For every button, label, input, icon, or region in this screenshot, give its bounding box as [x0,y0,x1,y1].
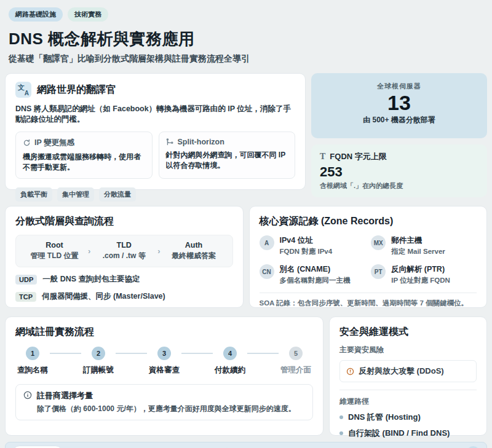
refresh-icon [23,139,31,147]
page: 網路基礎設施 技術實務 DNS 概念解析與實務應用 從基礎「翻譯官」比喻到分散式… [0,0,492,448]
registration-steps: 1 查詢名稱 2 訂購帳號 3 資格審查 4 付款續約 [15,347,313,375]
stats-column: 全球根伺服器 13 由 500+ 機器分散部署 T FQDN 字元上限 253 … [311,73,487,197]
page-subtitle: 從基礎「翻譯官」比喻到分散式階層架構與註冊實務流程全導引 [9,53,483,65]
chevron-right-icon: › [156,246,161,256]
ops-list: DNS 託管 (Hosting) 自行架設 (BIND / Find DNS) [339,412,477,439]
step-4: 4 付款續約 [213,347,247,375]
feature-split-horizon-desc: 針對內網與外網查詢，可回覆不同 IP 以符合存取情境。 [166,150,288,171]
registration-card: 網域註冊實務流程 1 查詢名稱 2 訂購帳號 3 資格審查 4 [5,316,323,436]
tcp-badge: TCP [15,292,36,302]
info-icon [23,391,32,399]
step-3: 3 資格審查 [147,347,181,375]
row-registration: 網域註冊實務流程 1 查詢名稱 2 訂購帳號 3 資格審查 4 [5,316,487,436]
row-architecture: 分散式階層與查詢流程 Root 管理 TLD 位置 › TLD .com / .… [5,206,487,308]
page-title: DNS 概念解析與實務應用 [9,28,483,50]
translator-tags: 負載平衡 集中管理 分散流量 [15,187,295,202]
action-item-badge: 行動項目 [12,446,63,448]
security-card: 安全與維運模式 主要資安風險 反射與放大攻擊 (DDoS) 維運路徑 DNS 託… [329,316,487,436]
flow-node-auth: Auth 最終權威答案 [162,241,226,261]
registrar-note-desc: 除了價格（約 600-1000 元/年），更應考量介面好用度與全球更新同步的速度… [37,404,296,414]
record-a: A IPv4 位址 FQDN 對應 IPv4 [260,235,365,256]
tag-traffic-distribution: 分散流量 [99,187,136,202]
step-connector [50,353,81,354]
registrar-note-title: 註冊商選擇考量 [37,390,296,401]
step-connector [247,353,279,354]
badge-network-infrastructure: 網路基礎設施 [9,7,63,22]
step-1: 1 查詢名稱 [15,347,50,375]
record-cname: CN 別名 (CNAME) 多個名稱對應同一主機 [260,264,365,285]
risk-label: 主要資安風險 [339,345,477,355]
hierarchy-title: 分散式階層與查詢流程 [15,215,233,228]
translator-description: DNS 將人類易記的網址（如 Facebook）轉換為機器可路由的 IP 位址，… [15,104,295,125]
step-5: 5 管理介面 [279,347,313,375]
records-card: 核心資源記錄 (Zone Records) A IPv4 位址 FQDN 對應 … [249,206,488,308]
badge-technical-practice: 技術實務 [68,7,108,22]
hierarchy-card: 分散式階層與查詢流程 Root 管理 TLD 位置 › TLD .com / .… [5,206,244,308]
flow-node-tld: TLD .com / .tw 等 [92,241,156,261]
fqdn-stat-card: T FQDN 字元上限 253 含根網域「.」在內的總長度 [311,144,487,197]
record-a-badge: A [260,235,274,250]
bullet-dot-icon [339,431,343,435]
records-title: 核心資源記錄 (Zone Records) [260,215,477,228]
tag-load-balancing: 負載平衡 [15,187,52,202]
header-badges: 網路基礎設施 技術實務 [9,7,483,22]
type-icon: T [320,152,325,162]
translate-icon: 文 A [15,82,31,98]
root-servers-value: 13 [311,91,487,115]
fqdn-note: 含根網域「.」在內的總長度 [320,181,478,191]
divider [339,390,477,390]
tag-central-management: 集中管理 [57,187,94,202]
action-bar: 行動項目 註冊網域時，建議選擇具個人特色或興趣的字樣，方便未來升級使用 負責人：… [5,442,487,448]
udp-badge: UDP [15,275,37,285]
ops-item-hosting: DNS 託管 (Hosting) [339,412,477,423]
alert-icon [346,367,354,375]
ops-item-self-hosted: 自行架設 (BIND / Find DNS) [339,428,477,439]
security-title: 安全與維運模式 [339,326,477,339]
avatar: S1 [467,446,480,448]
root-servers-stat-card: 全球根伺服器 13 由 500+ 機器分散部署 [311,73,487,138]
fqdn-label: FQDN 字元上限 [330,151,386,162]
feature-split-horizon: Split-horizon 針對內網與外網查詢，可回覆不同 IP 以符合存取情境… [159,132,296,179]
branch-icon [166,138,174,146]
fqdn-value: 253 [320,164,478,180]
registrar-note: 註冊商選擇考量 除了價格（約 600-1000 元/年），更應考量介面好用度與全… [15,384,313,420]
dns-hierarchy-flow: Root 管理 TLD 位置 › TLD .com / .tw 等 › Auth… [15,235,233,267]
protocol-tcp: TCP 伺服器間備援、同步 (Master/Slave) [15,291,233,302]
root-servers-note: 由 500+ 機器分散部署 [311,115,487,125]
record-mx: MX 郵件主機 指定 Mail Server [371,235,477,256]
row-overview: 文 A 網路世界的翻譯官 DNS 將人類易記的網址（如 Facebook）轉換為… [5,73,487,197]
soa-note: SOA 記錄：包含同步序號、更新時間、過期時間等 7 個關鍵欄位。 [260,293,477,308]
chevron-right-icon: › [87,246,92,256]
bullet-dot-icon [339,415,343,419]
record-cname-badge: CN [260,264,274,279]
owner: 負責人： S1 [434,446,480,448]
feature-ip-change: IP 變更無感 機房搬遷或雲端服務移轉時，使用者不需手動更新。 [15,132,153,179]
feature-ip-change-desc: 機房搬遷或雲端服務移轉時，使用者不需手動更新。 [23,152,145,173]
flow-node-root: Root 管理 TLD 位置 [22,241,87,261]
header: 網路基礎設施 技術實務 DNS 概念解析與實務應用 從基礎「翻譯官」比喻到分散式… [5,5,487,65]
translator-title: 網路世界的翻譯官 [37,84,116,96]
step-connector [181,353,213,354]
step-2: 2 訂購帳號 [81,347,116,375]
record-ptr: PT 反向解析 (PTR) IP 位址對應 FQDN [371,264,477,285]
risk-item-ddos: 反射與放大攻擊 (DDoS) [339,360,477,382]
translator-card: 文 A 網路世界的翻譯官 DNS 將人類易記的網址（如 Facebook）轉換為… [5,73,306,190]
root-servers-label: 全球根伺服器 [311,82,487,91]
ops-label: 維運路徑 [339,396,477,407]
registration-title: 網域註冊實務流程 [15,326,313,339]
record-ptr-badge: PT [371,264,386,279]
protocol-udp: UDP 一般 DNS 查詢封包主要協定 [15,274,233,285]
step-connector [116,353,147,354]
record-mx-badge: MX [371,235,386,250]
records-grid: A IPv4 位址 FQDN 對應 IPv4 MX 郵件主機 指定 Mail S… [260,235,477,285]
